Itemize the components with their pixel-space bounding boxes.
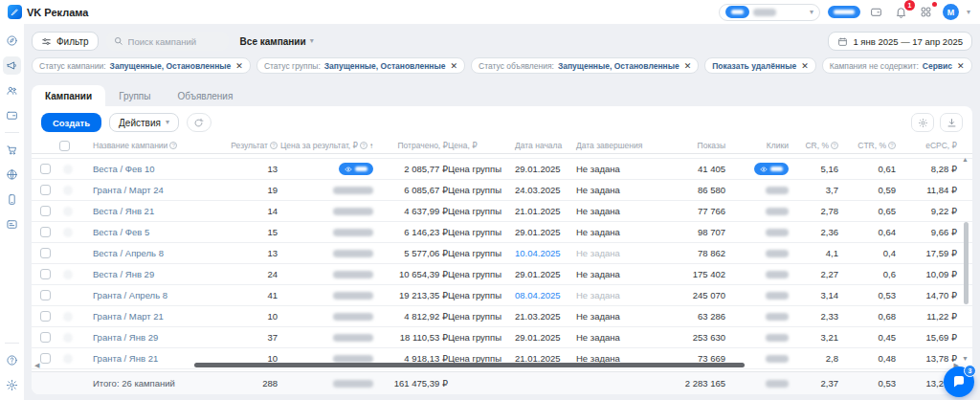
scroll-down-icon[interactable]: ▼ <box>962 355 969 362</box>
info-icon[interactable]: ? <box>831 142 838 149</box>
horizontal-scrollbar: ◀ ▶ <box>32 361 959 369</box>
campaign-name-link[interactable]: Веста / Янв 21 <box>93 206 224 216</box>
clicks-cell <box>725 311 789 322</box>
filter-button[interactable]: Фильтр <box>32 32 99 51</box>
column-header-11[interactable]: eCPC, ₽ <box>896 141 957 150</box>
create-button[interactable]: Создать <box>41 113 101 132</box>
column-header-9[interactable]: CR, %? <box>789 141 838 150</box>
column-header-7[interactable]: Показы <box>655 141 725 150</box>
account-selector[interactable]: ▾ <box>719 4 820 21</box>
column-header-8[interactable]: Клики <box>725 141 789 150</box>
info-icon[interactable]: ? <box>270 142 278 149</box>
sidebar-item-help[interactable] <box>3 351 21 369</box>
horizontal-scroll-thumb[interactable] <box>194 363 745 367</box>
table-settings-button[interactable] <box>911 113 934 132</box>
support-chat-button[interactable]: 3 <box>944 367 974 397</box>
avatar[interactable]: M <box>943 4 959 20</box>
row-checkbox[interactable] <box>40 269 51 279</box>
row-checkbox[interactable] <box>40 185 51 195</box>
chip-remove-icon[interactable]: ✕ <box>957 61 965 71</box>
row-checkbox[interactable] <box>40 164 51 174</box>
column-header-3[interactable]: Потрачено, ₽ <box>373 141 448 150</box>
campaign-search[interactable] <box>106 32 229 51</box>
price-type-cell: Цена группы <box>448 290 515 300</box>
chip-remove-icon[interactable]: ✕ <box>684 61 692 71</box>
sidebar-item-ecommerce[interactable] <box>3 141 21 159</box>
sidebar-item-campaigns[interactable] <box>3 56 21 75</box>
select-all-checkbox[interactable] <box>59 141 70 151</box>
filter-chip-2[interactable]: Статус объявления:Запущенные, Остановлен… <box>471 57 699 74</box>
row-checkbox[interactable] <box>40 206 51 216</box>
actions-dropdown[interactable]: Действия ▾ <box>109 113 179 132</box>
chip-remove-icon[interactable]: ✕ <box>451 61 458 71</box>
row-checkbox[interactable] <box>40 311 51 322</box>
notifications-button[interactable]: 1 <box>893 4 910 21</box>
totals-cr: 2,37 <box>789 378 838 389</box>
date-end-cell: Не задана <box>576 206 655 216</box>
clicks-cell <box>725 206 789 216</box>
column-header-6[interactable]: Дата завершения <box>576 141 655 150</box>
vertical-scroll-thumb[interactable] <box>964 222 969 304</box>
tab-группы[interactable]: Группы <box>105 85 164 106</box>
spent-cell: 18 110,53 ₽ <box>373 332 448 343</box>
tab-объявления[interactable]: Объявления <box>164 85 246 106</box>
wallet-button[interactable] <box>868 4 885 21</box>
refresh-button[interactable] <box>187 113 212 132</box>
row-checkbox[interactable] <box>40 227 51 237</box>
scroll-up-icon[interactable]: ▲ <box>962 156 969 163</box>
campaign-name-link[interactable]: Гранта / Март 24 <box>93 185 224 195</box>
clicks-cell <box>725 290 789 300</box>
filter-chip-0[interactable]: Статус кампании:Запущенные, Остановленны… <box>32 57 251 74</box>
chip-remove-icon[interactable]: ✕ <box>235 61 243 71</box>
tab-кампании[interactable]: Кампании <box>32 85 105 106</box>
campaign-name-link[interactable]: Веста / Янв 29 <box>93 269 224 279</box>
sidebar-item-mobile-apps[interactable] <box>3 190 21 209</box>
filter-chip-1[interactable]: Статус группы:Запущенные, Остановленные✕ <box>256 57 465 74</box>
campaign-scope-dropdown[interactable]: Все кампании ▾ <box>240 36 314 47</box>
brand[interactable]: VK Реклама <box>8 5 88 19</box>
row-checkbox[interactable] <box>40 332 51 343</box>
spent-cell: 4 812,92 ₽ <box>373 311 448 322</box>
date-range-button[interactable]: 1 янв 2025 — 17 апр 2025 <box>828 32 972 51</box>
sidebar-item-audience[interactable] <box>3 81 21 100</box>
redacted-value <box>333 250 373 257</box>
row-checkbox[interactable] <box>40 290 51 300</box>
info-icon[interactable]: ? <box>888 142 896 149</box>
campaign-name-link[interactable]: Гранта / Март 21 <box>93 311 224 322</box>
clicks-cell <box>725 332 789 343</box>
row-checkbox[interactable] <box>40 248 51 258</box>
campaign-name-link[interactable]: Веста / Апрель 8 <box>93 248 224 258</box>
column-header-0[interactable]: Название кампании? <box>93 141 224 150</box>
checkbox-cell <box>32 332 56 343</box>
column-header-10[interactable]: CTR, %? <box>838 141 896 150</box>
brand-name: VK Реклама <box>27 7 88 18</box>
info-icon[interactable]: ? <box>169 142 177 149</box>
balance-badge[interactable] <box>828 6 860 18</box>
filter-chip-3[interactable]: Показать удалённые✕ <box>704 57 816 74</box>
scroll-left-icon[interactable]: ◀ <box>34 362 39 369</box>
date-range-label: 1 янв 2025 — 17 апр 2025 <box>853 36 963 47</box>
calendar-icon <box>837 36 848 47</box>
column-header-1[interactable]: Результат? <box>224 141 278 150</box>
column-header-2[interactable]: Цена за результат, ₽?↑ <box>278 141 373 150</box>
download-button[interactable] <box>940 113 963 132</box>
chip-remove-icon[interactable]: ✕ <box>801 61 809 71</box>
column-header-5[interactable]: Дата начала <box>515 141 576 150</box>
campaign-name-link[interactable]: Веста / Фев 10 <box>93 164 224 174</box>
apps-grid-button[interactable] <box>918 4 935 21</box>
campaign-name-link[interactable]: Гранта / Янв 29 <box>93 332 224 343</box>
spent-cell: 6 146,23 ₽ <box>373 227 448 237</box>
sidebar <box>0 24 24 400</box>
sidebar-item-budget[interactable] <box>3 106 21 124</box>
sidebar-item-settings[interactable] <box>3 376 21 394</box>
campaign-name-link[interactable]: Гранта / Апрель 8 <box>93 290 224 300</box>
column-header-4[interactable]: Цена, ₽ <box>448 141 515 150</box>
sidebar-item-dashboard[interactable] <box>3 32 21 50</box>
search-input[interactable] <box>128 36 221 47</box>
campaign-name-link[interactable]: Веста / Фев 5 <box>93 227 224 237</box>
sidebar-item-sites[interactable] <box>3 166 21 184</box>
filter-chip-4[interactable]: Кампания не содержит:Сервис✕ <box>822 57 972 74</box>
profile-chevron-icon[interactable]: ▾ <box>967 9 970 16</box>
sidebar-item-leadforms[interactable] <box>3 215 21 233</box>
info-icon[interactable]: ? <box>360 142 368 149</box>
